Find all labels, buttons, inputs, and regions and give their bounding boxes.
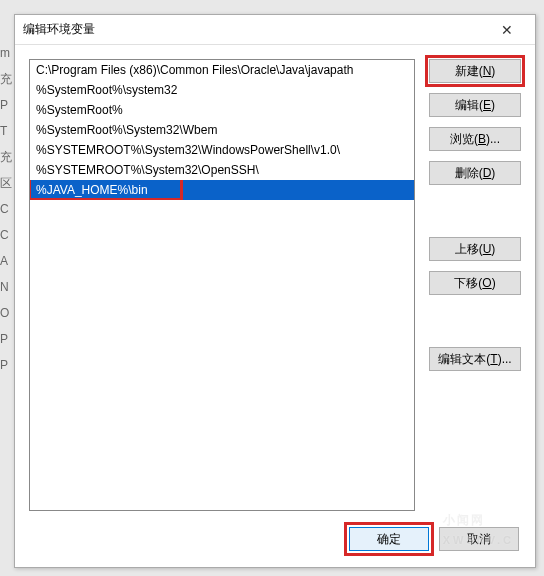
path-entry[interactable]: %JAVA_HOME%\bin — [30, 180, 414, 200]
close-icon[interactable]: ✕ — [487, 16, 527, 44]
path-entry[interactable]: %SYSTEMROOT%\System32\WindowsPowerShell\… — [30, 140, 414, 160]
move-up-button[interactable]: 上移(U) — [429, 237, 521, 261]
titlebar: 编辑环境变量 ✕ — [15, 15, 535, 45]
path-entry[interactable]: %SYSTEMROOT%\System32\OpenSSH\ — [30, 160, 414, 180]
button-column: 新建(N) 编辑(E) 浏览(B)... 删除(D) 上移(U) 下移(O) 编… — [429, 59, 521, 511]
path-entry[interactable]: %SystemRoot% — [30, 100, 414, 120]
dialog-title: 编辑环境变量 — [23, 21, 487, 38]
move-down-button[interactable]: 下移(O) — [429, 271, 521, 295]
path-entry[interactable]: %SystemRoot%\system32 — [30, 80, 414, 100]
path-entry[interactable]: C:\Program Files (x86)\Common Files\Orac… — [30, 60, 414, 80]
path-entry[interactable]: %SystemRoot%\System32\Wbem — [30, 120, 414, 140]
path-listbox[interactable]: C:\Program Files (x86)\Common Files\Orac… — [29, 59, 415, 511]
new-button[interactable]: 新建(N) — [429, 59, 521, 83]
edit-env-var-dialog: 编辑环境变量 ✕ C:\Program Files (x86)\Common F… — [14, 14, 536, 568]
dialog-footer: 确定 取消 — [15, 511, 535, 567]
cancel-button[interactable]: 取消 — [439, 527, 519, 551]
browse-button[interactable]: 浏览(B)... — [429, 127, 521, 151]
edit-text-button[interactable]: 编辑文本(T)... — [429, 347, 521, 371]
edit-button[interactable]: 编辑(E) — [429, 93, 521, 117]
delete-button[interactable]: 删除(D) — [429, 161, 521, 185]
ok-button[interactable]: 确定 — [349, 527, 429, 551]
